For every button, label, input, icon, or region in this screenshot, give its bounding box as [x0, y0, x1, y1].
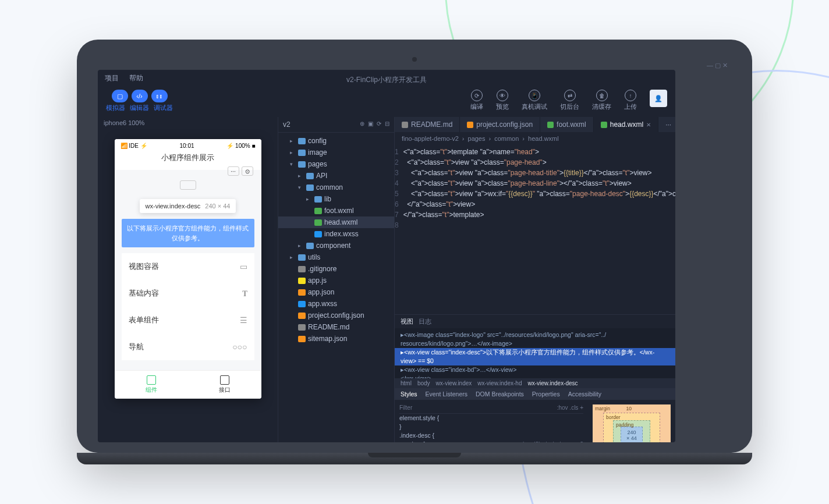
tabs-more-icon[interactable]: ··· — [658, 117, 675, 132]
tree-node[interactable]: foot.wxml — [278, 205, 394, 216]
styles-tab[interactable]: Accessibility — [568, 391, 601, 397]
window-controls[interactable]: — ▢ ✕ — [707, 62, 728, 69]
new-folder-icon[interactable]: ▣ — [368, 120, 373, 129]
list-item[interactable]: 导航○○○ — [122, 333, 254, 360]
tree-node[interactable]: .gitignore — [278, 263, 394, 275]
window-title: v2-FinClip小程序开发工具 — [98, 75, 675, 85]
tree-node[interactable]: ▸image — [278, 147, 394, 158]
phone-status-time: 10:01 — [180, 143, 194, 149]
styles-panel[interactable]: Filter :hov .cls + element.style {}.inde… — [395, 400, 588, 442]
editor-tab[interactable]: foot.wxml — [540, 117, 594, 132]
phone-status-left: 📶 IDE ⚡ — [121, 143, 147, 149]
phone-preview: 📶 IDE ⚡ 10:01 ⚡ 100% ■ 小程序组件展示 ··· ⊙ wx-… — [115, 139, 261, 399]
logo-placeholder — [180, 180, 196, 190]
dom-crumb-bar[interactable]: htmlbodywx-view.indexwx-view.index-hdwx-… — [395, 378, 675, 388]
list-item[interactable]: 表单组件☰ — [122, 307, 254, 333]
tree-node[interactable]: head.wxml — [278, 216, 394, 228]
editor-tab[interactable]: README.md — [395, 117, 460, 132]
dt-tab-view[interactable]: 视图 — [401, 318, 413, 325]
phone-tab[interactable]: 接口 — [188, 371, 261, 399]
file-tree-panel: v2 ⊕ ▣ ⟳ ⊟ ▸config ▸image ▾pages ▸API ▾c… — [278, 117, 395, 442]
tree-node[interactable]: ▸lib — [278, 193, 394, 205]
editor-panel: README.md project.config.json foot.wxml … — [395, 117, 675, 442]
tb-切后台-button[interactable]: ⇄切后台 — [560, 90, 579, 111]
tree-node[interactable]: ▾common — [278, 182, 394, 193]
tree-node[interactable]: app.json — [278, 286, 394, 298]
styles-filter[interactable]: Filter — [399, 403, 412, 412]
tree-node[interactable]: app.js — [278, 275, 394, 286]
styles-filter-opts[interactable]: :hov .cls + — [557, 403, 583, 412]
styles-tab[interactable]: Styles — [401, 391, 417, 397]
refresh-icon[interactable]: ⟳ — [377, 120, 381, 129]
tb-label-simulator: 模拟器 — [106, 104, 125, 112]
tree-node[interactable]: ▸API — [278, 170, 394, 182]
tree-node[interactable]: ▸utils — [278, 251, 394, 263]
tb-上传-button[interactable]: ↑上传 — [624, 90, 637, 111]
phone-app-title: 小程序组件展示 — [121, 152, 256, 163]
tb-真机调试-button[interactable]: 📱真机调试 — [522, 90, 547, 111]
tb-label-editor: 编辑器 — [130, 104, 149, 112]
tooltip-dimensions: 240 × 44 — [205, 203, 230, 210]
device-label[interactable]: iphone6 100% — [98, 117, 278, 129]
tree-node[interactable]: README.md — [278, 321, 394, 333]
tb-编译-button[interactable]: ⟳编译 — [470, 90, 483, 111]
tb-editor-pill[interactable]: ‹/› — [132, 90, 148, 102]
list-item[interactable]: 视图容器▭ — [122, 253, 254, 280]
avatar[interactable]: 👤 — [650, 90, 667, 107]
breadcrumb[interactable]: fino-applet-demo-v2›pages›common›head.wx… — [395, 132, 675, 145]
tb-预览-button[interactable]: 👁预览 — [496, 90, 509, 111]
collapse-icon[interactable]: ⊟ — [385, 120, 389, 129]
tree-node[interactable]: ▸component — [278, 240, 394, 251]
highlighted-element[interactable]: 以下将展示小程序官方组件能力，组件样式仅供参考。 — [122, 219, 254, 247]
code-editor[interactable]: 12345678 <"a">class="t">template "a">nam… — [395, 145, 675, 314]
list-item[interactable]: 基础内容𝐓 — [122, 280, 254, 307]
tree-node[interactable]: app.wxss — [278, 298, 394, 310]
toolbar: ▢ ‹/› ⫾⫾ 模拟器 编辑器 调试器 ⟳编译👁预览📱真机调试⇄切后台🗑清缓存… — [98, 87, 675, 117]
styles-tab[interactable]: DOM Breakpoints — [476, 391, 524, 397]
inspector-tooltip: wx-view.index-desc 240 × 44 — [140, 199, 236, 213]
tb-label-debugger: 调试器 — [154, 104, 173, 112]
tree-node[interactable]: index.wxss — [278, 228, 394, 240]
editor-tab[interactable]: project.config.json — [460, 117, 540, 132]
tooltip-selector: wx-view.index-desc — [146, 203, 201, 210]
tb-simulator-pill[interactable]: ▢ — [112, 90, 128, 102]
tb-清缓存-button[interactable]: 🗑清缓存 — [592, 90, 611, 111]
new-file-icon[interactable]: ⊕ — [360, 120, 364, 129]
styles-tab[interactable]: Properties — [532, 391, 560, 397]
tree-node[interactable]: project.config.json — [278, 310, 394, 321]
phone-tab[interactable]: 组件 — [115, 371, 188, 399]
tree-node[interactable]: ▸config — [278, 135, 394, 147]
dom-inspector[interactable]: ▸<wx-image class="index-logo" src="../re… — [395, 328, 675, 378]
tree-root[interactable]: v2 — [283, 120, 290, 129]
tree-node[interactable]: sitemap.json — [278, 333, 394, 345]
close-icon[interactable]: ✕ — [646, 122, 651, 128]
simulator-panel: iphone6 100% 📶 IDE ⚡ 10:01 ⚡ 100% ■ 小程序组… — [98, 117, 278, 442]
camera-dot — [412, 57, 417, 62]
laptop-frame: — ▢ ✕ 项目 帮助 v2-FinClip小程序开发工具 ▢ ‹/› ⫾⫾ 模… — [77, 40, 752, 464]
dt-tab-log[interactable]: 日志 — [419, 318, 431, 325]
ide-screen: 项目 帮助 v2-FinClip小程序开发工具 ▢ ‹/› ⫾⫾ 模拟器 编辑器… — [98, 70, 675, 442]
box-model: margin 10 border padding 240 × 44 — [588, 400, 675, 442]
devtools-panel: 视图 日志 ▸<wx-image class="index-logo" src=… — [395, 314, 675, 442]
tb-debugger-pill[interactable]: ⫾⫾ — [151, 90, 168, 102]
tree-node[interactable]: ▾pages — [278, 158, 394, 170]
phone-status-right: ⚡ 100% ■ — [226, 143, 255, 149]
styles-tab[interactable]: Event Listeners — [426, 391, 467, 397]
editor-tab[interactable]: head.wxml✕ — [594, 117, 658, 132]
